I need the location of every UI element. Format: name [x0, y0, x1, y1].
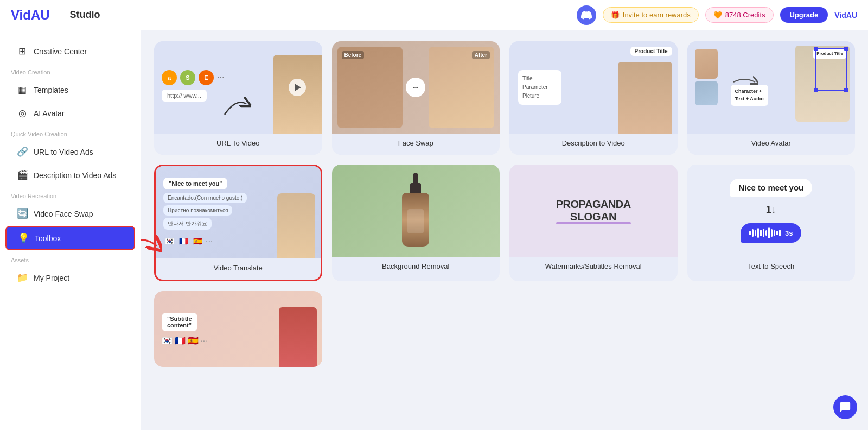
wave-bar-1 — [749, 231, 751, 235]
video-creation-section: Video Creation — [0, 64, 141, 78]
discord-button[interactable] — [577, 5, 596, 25]
card-watermarks-removal[interactable]: PROPAGANDA SLOGAN Watermarks/Subtitles R… — [509, 165, 678, 281]
card-description-to-video[interactable]: Title Parameter Picture Product Title De… — [509, 41, 678, 155]
sel-handle-br — [844, 88, 848, 92]
translate-content: "Nice to meet you" Encantado.(Con mucho … — [156, 166, 321, 258]
sidebar-item-url-to-video[interactable]: 🔗 URL to Video Ads — [5, 141, 135, 163]
swap-circle-icon: ↔ — [406, 78, 425, 97]
toolbox-icon: 💡 — [17, 232, 29, 244]
wave-bar-5 — [760, 230, 762, 236]
logo-text: VidAU — [11, 8, 50, 23]
subtitle-flags: 🇰🇷 🇫🇷 🇪🇸 ··· — [162, 336, 207, 346]
param-line-title: Title — [522, 74, 557, 83]
sidebar-item-description-to-video[interactable]: 🎬 Description to Video Ads — [5, 164, 135, 186]
wave-bar-12 — [779, 230, 781, 236]
product-title-desc: Product Title — [630, 47, 672, 56]
main-content: a S E ··· http:// www... Product Title — [141, 30, 868, 430]
sidebar-item-toolbox[interactable]: 💡 Toolbox — [5, 226, 135, 250]
watermarks-content: PROPAGANDA SLOGAN — [509, 165, 678, 257]
flag-spanish: 🇪🇸 — [192, 235, 203, 247]
before-face: Before — [337, 47, 403, 128]
sidebar: ⊞ Creative Center Video Creation ▦ Templ… — [0, 30, 141, 430]
card-text-to-speech[interactable]: Nice to meet you 1↓ — [687, 165, 856, 281]
card-background-removal[interactable]: Background Removal — [332, 165, 500, 281]
background-removal-label: Background Removal — [332, 257, 500, 278]
invite-label: Invite to earn rewards — [623, 11, 691, 19]
subtitle-person — [279, 307, 317, 367]
video-translate-visual: "Nice to meet you" Encantado.(Con mucho … — [156, 166, 321, 258]
sidebar-item-ai-avatar[interactable]: ◎ AI Avatar — [5, 102, 135, 124]
etsy-logo: E — [199, 70, 214, 85]
credits-label: 8748 Credits — [725, 11, 765, 19]
shopify-logo: S — [180, 70, 195, 85]
bg-removal-visual — [332, 165, 500, 257]
link-icon: 🔗 — [16, 146, 28, 157]
card-url-to-video[interactable]: a S E ··· http:// www... Product Title — [154, 41, 322, 155]
card-video-avatar[interactable]: Product Title Character +Text + Audio — [687, 41, 856, 155]
ai-avatar-label: AI Avatar — [34, 109, 65, 118]
wave-bar-10 — [774, 230, 775, 236]
translate-person — [277, 193, 315, 258]
user-label[interactable]: VidAU — [834, 11, 857, 20]
play-button[interactable] — [289, 79, 306, 96]
invite-button[interactable]: 🎁 Invite to earn rewards — [603, 7, 699, 23]
sidebar-item-creative-center[interactable]: ⊞ Creative Center — [5, 40, 135, 62]
before-label: Before — [342, 51, 365, 59]
bg-removal-content — [402, 165, 429, 257]
url-input-mock: http:// www... — [162, 90, 207, 102]
perfume-cap — [410, 183, 421, 193]
tts-text-bubble: Nice to meet you — [730, 179, 812, 197]
upgrade-button[interactable]: Upgrade — [780, 7, 828, 23]
chat-button[interactable] — [833, 395, 857, 419]
creative-center-label: Creative Center — [34, 47, 87, 56]
propaganda-line1: PROPAGANDA — [556, 198, 631, 211]
avatar-stack — [695, 49, 718, 105]
param-line-param: Parameter — [522, 83, 557, 92]
desc-icon: 🎬 — [16, 169, 28, 181]
description-video-visual: Title Parameter Picture Product Title — [509, 41, 678, 134]
face-swap-label: Face Swap — [332, 134, 500, 155]
after-label: After — [472, 51, 490, 59]
toolbox-label: Toolbox — [35, 234, 61, 243]
red-arrow-svg — [141, 230, 162, 257]
logo-studio: Studio — [70, 9, 100, 21]
quick-video-section: Quick Video Creation — [0, 125, 141, 140]
avatar-mini-2 — [695, 81, 718, 105]
desc-to-video-label: Description to Video Ads — [34, 171, 116, 180]
perfume-container — [402, 193, 429, 247]
wave-bar-9 — [771, 229, 773, 237]
sidebar-item-video-face-swap[interactable]: 🔄 Video Face Swap — [5, 203, 135, 225]
language-flags: 🇰🇷 🇫🇷 🇪🇸 ··· — [163, 235, 213, 247]
card-video-translate[interactable]: "Nice to meet you" Encantado.(Con mucho … — [154, 165, 322, 281]
avatar-content: Product Title Character +Text + Audio — [687, 41, 856, 134]
flag-french: 🇫🇷 — [177, 235, 189, 247]
url-to-video-visual: a S E ··· http:// www... Product Title — [154, 41, 322, 134]
cards-row-1: a S E ··· http:// www... Product Title — [154, 41, 855, 155]
selection-box — [815, 48, 847, 91]
credits-button[interactable]: 🧡 8748 Credits — [705, 7, 774, 23]
perfume-bottle — [402, 193, 429, 247]
heart-icon: 🧡 — [713, 11, 722, 19]
face-swap-icon: 🔄 — [16, 208, 28, 219]
card-video-subtitle[interactable]: "Subtitlecontent" 🇰🇷 🇫🇷 🇪🇸 ··· — [154, 291, 322, 367]
wave-bar-11 — [776, 231, 778, 235]
video-translate-label: Video Translate — [156, 258, 321, 280]
param-box: Title Parameter Picture — [518, 70, 561, 105]
cards-row-2: "Nice to meet you" Encantado.(Con mucho … — [154, 165, 855, 281]
logo-divider — [60, 9, 60, 21]
face-swap-content: Before ↔ After — [332, 41, 500, 134]
more-logos: ··· — [217, 70, 224, 85]
subtitle-quote: "Subtitlecontent" — [162, 313, 197, 331]
subtitle-flag-fr: 🇫🇷 — [175, 336, 186, 346]
tts-content: Nice to meet you 1↓ — [687, 165, 856, 257]
wave-bar-2 — [752, 229, 754, 237]
header: VidAU Studio 🎁 Invite to earn rewards 🧡 … — [0, 0, 868, 30]
bubble-spanish: Encantado.(Con mucho gusto.) — [163, 193, 247, 203]
sidebar-item-my-project[interactable]: 📁 My Project — [5, 267, 135, 289]
template-icon: ▦ — [16, 84, 28, 96]
url-to-video-label: URL To Video — [154, 134, 322, 155]
sidebar-item-templates[interactable]: ▦ Templates — [5, 79, 135, 101]
main-speech-bubble: "Nice to meet you" — [163, 178, 227, 189]
card-face-swap[interactable]: Before ↔ After Face Swap — [332, 41, 500, 155]
after-face: After — [429, 47, 494, 128]
